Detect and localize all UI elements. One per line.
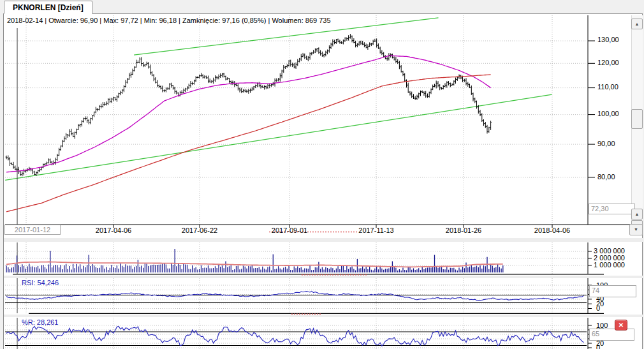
pane-splitter[interactable] <box>4 276 643 278</box>
date-start-box: 2017-01-12 <box>4 225 61 235</box>
scrollbar-up-button[interactable]: ▲ <box>631 19 643 29</box>
date-axis-dropdown-button[interactable]: ▼ <box>629 224 643 235</box>
chevron-down-icon: ▼ <box>634 227 638 232</box>
williams-r-pane[interactable] <box>5 318 587 349</box>
pane-splitter[interactable] <box>4 238 643 242</box>
volume-pane[interactable] <box>5 242 587 274</box>
tab-label: PKNORLEN [Dzień] <box>13 3 84 12</box>
arrow-up-icon: ▲ <box>635 212 640 216</box>
wr-last-value-box: 65 <box>589 329 634 341</box>
close-icon: ✕ <box>618 322 624 329</box>
scrollbar-bottom-up-button[interactable]: ▲ <box>631 209 643 219</box>
price-axis-box: 72,30 <box>589 204 635 214</box>
close-indicator-button[interactable]: ✕ <box>615 320 627 330</box>
scrollbar-thumb[interactable] <box>631 109 643 129</box>
window-tab[interactable]: PKNORLEN [Dzień] <box>4 1 92 14</box>
rsi-last-value-box: 74 <box>589 285 636 297</box>
ohlc-info-bar: 2018-02-14 | Otwarcie: 96,90 | Max: 97,7… <box>7 17 331 24</box>
rsi-pane[interactable] <box>5 278 587 313</box>
pane-splitter[interactable] <box>4 315 643 318</box>
arrow-up-icon: ▲ <box>635 22 640 26</box>
main-chart-area[interactable] <box>5 27 587 225</box>
